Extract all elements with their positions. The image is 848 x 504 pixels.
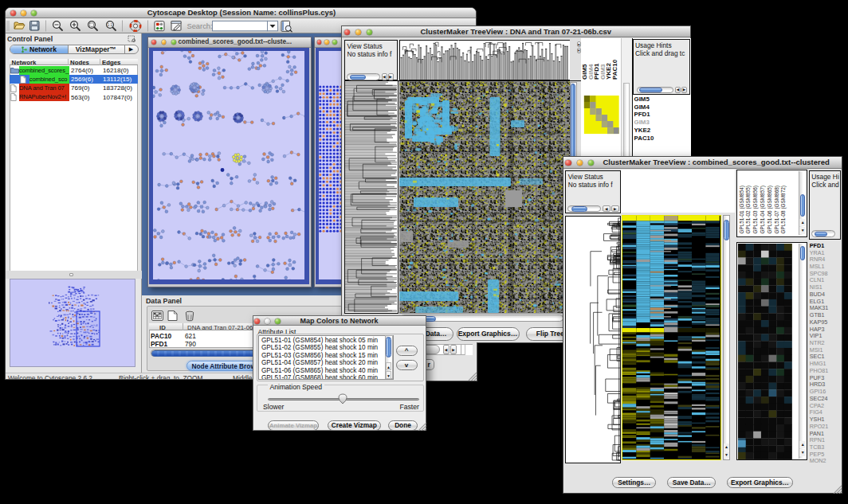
svg-text:1:1: 1:1 [108,22,113,26]
svg-text:GPL51-07 (GSM868): GPL51-07 (GSM868) [773,186,779,234]
svg-text:GPL51-04 (GSM857): GPL51-04 (GSM857) [760,186,766,234]
svg-text:Search:: Search: [187,21,213,29]
svg-text:PAC10: PAC10 [611,59,618,80]
svg-text:GPL51-02 (GSM855): GPL51-02 (GSM855) [745,186,752,234]
svg-text:GPL51-06 (GSM865): GPL51-06 (GSM865) [766,186,772,234]
svg-text:GPL51-01 (GSM854): GPL51-01 (GSM854) [738,186,744,234]
svg-text:GPL51-08 (GSM872): GPL51-08 (GSM872) [780,186,787,234]
svg-text:GPL51-03 (GSM856): GPL51-03 (GSM856) [752,186,759,234]
